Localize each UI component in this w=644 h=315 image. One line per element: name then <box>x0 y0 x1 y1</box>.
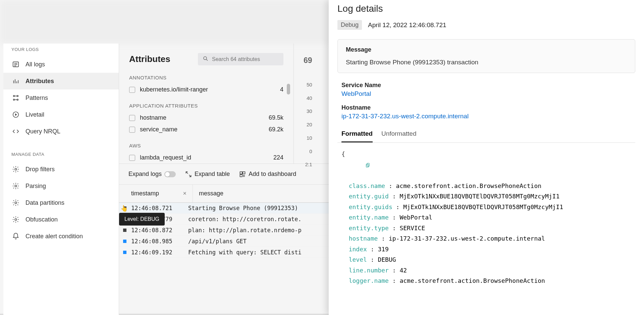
svg-rect-30 <box>366 164 369 167</box>
level-dot-icon <box>123 240 126 243</box>
attr-group-aws: AWS <box>129 143 283 148</box>
sidebar-item-data-partitions[interactable]: Data partitions <box>3 194 119 211</box>
attributes-search-input[interactable] <box>212 56 279 62</box>
level-dot-icon <box>123 206 126 210</box>
expand-logs-toggle[interactable]: Expand logs <box>128 171 176 178</box>
bars-icon <box>12 77 19 85</box>
sidebar-label: Patterns <box>25 94 48 102</box>
checkbox[interactable] <box>129 127 135 133</box>
attr-group-annotations: ANNOTATIONS <box>129 75 283 80</box>
sidebar-label: All logs <box>25 61 45 68</box>
sidebar-label: Livetail <box>25 111 44 118</box>
tab-unformatted[interactable]: Unformatted <box>381 127 417 142</box>
svg-point-10 <box>17 96 18 97</box>
play-circle-icon <box>12 111 19 118</box>
svg-line-22 <box>186 172 188 174</box>
gear-icon <box>12 166 19 173</box>
hostname-link[interactable]: ip-172-31-37-232.us-west-2.compute.inter… <box>341 113 635 120</box>
svg-rect-24 <box>240 172 243 174</box>
checkbox[interactable] <box>129 115 135 121</box>
sidebar-section-your-logs: YOUR LOGS <box>3 44 119 56</box>
attributes-search[interactable] <box>198 53 283 65</box>
expand-table-button[interactable]: Expand table <box>185 171 230 178</box>
svg-point-8 <box>13 96 15 97</box>
sidebar-item-drop-filters[interactable]: Drop filters <box>3 161 119 178</box>
message-box: Message Starting Browse Phone (99912353)… <box>337 39 635 73</box>
sidebar-item-patterns[interactable]: Patterns <box>3 89 119 106</box>
sidebar-item-livetail[interactable]: Livetail <box>3 106 119 123</box>
svg-point-16 <box>15 168 17 170</box>
service-name-label: Service Name <box>341 82 635 89</box>
sidebar-section-manage-data: MANAGE DATA <box>3 148 119 161</box>
details-title: Log details <box>337 3 635 14</box>
json-view: { class.name : acme.storefront.action.Br… <box>337 143 635 286</box>
bell-icon <box>12 233 19 240</box>
attr-row[interactable]: kubernetes.io/limit-ranger 4 <box>129 84 283 96</box>
sidebar-item-query-nrql[interactable]: Query NRQL <box>3 123 119 140</box>
chart-axis-stub: 69 50 40 30 20 10 0 2:1 <box>304 50 312 171</box>
svg-rect-29 <box>367 163 369 166</box>
sidebar-label: Create alert condition <box>25 233 83 240</box>
svg-point-9 <box>13 99 15 101</box>
message-text: Starting Browse Phone (99912353) transac… <box>346 59 627 66</box>
patterns-icon <box>12 94 19 102</box>
sidebar-label: Data partitions <box>25 199 64 206</box>
toggle-icon <box>164 171 176 177</box>
sidebar-item-obfuscation[interactable]: Obfuscation <box>3 211 119 228</box>
sidebar-label: Attributes <box>25 78 54 85</box>
svg-line-23 <box>189 175 191 177</box>
message-label: Message <box>346 46 627 53</box>
svg-rect-26 <box>240 174 243 177</box>
level-badge: Debug <box>337 20 362 30</box>
service-name-link[interactable]: WebPortal <box>341 90 635 98</box>
sidebar-label: Drop filters <box>25 166 55 173</box>
tab-formatted[interactable]: Formatted <box>341 127 373 142</box>
sidebar: YOUR LOGS All logs Attributes Patterns L… <box>3 44 119 315</box>
add-to-dashboard-button[interactable]: Add to dashboard <box>239 171 296 178</box>
sidebar-item-parsing[interactable]: Parsing <box>3 178 119 194</box>
attributes-panel: Attributes ANNOTATIONS kubernetes.io/lim… <box>119 44 293 164</box>
column-timestamp[interactable]: timestamp × <box>119 185 193 202</box>
dashboard-plus-icon <box>239 171 246 178</box>
svg-point-17 <box>15 185 17 187</box>
details-timestamp: April 12, 2022 12:46:08.721 <box>368 21 446 29</box>
checkbox[interactable] <box>129 155 135 161</box>
svg-point-19 <box>15 218 17 220</box>
copy-icon[interactable] <box>365 163 371 168</box>
sidebar-item-all-logs[interactable]: All logs <box>3 56 119 73</box>
gear-icon <box>12 182 19 190</box>
level-dot-icon <box>123 251 126 254</box>
scrollbar-thumb[interactable] <box>287 84 290 94</box>
attr-group-app: APPLICATION ATTRIBUTES <box>129 103 283 109</box>
sidebar-label: Obfuscation <box>25 216 58 223</box>
level-dot-icon <box>123 229 126 232</box>
sidebar-label: Parsing <box>25 183 46 190</box>
attributes-title: Attributes <box>129 54 170 64</box>
gear-icon <box>12 199 19 206</box>
list-icon <box>12 61 19 68</box>
svg-rect-25 <box>243 172 245 174</box>
sidebar-label: Query NRQL <box>25 128 60 135</box>
checkbox[interactable] <box>129 87 135 93</box>
svg-marker-15 <box>15 113 17 116</box>
log-details-panel: Log details Debug April 12, 2022 12:46:0… <box>329 0 644 315</box>
svg-point-20 <box>204 57 207 60</box>
sidebar-item-create-alert[interactable]: Create alert condition <box>3 228 119 245</box>
search-icon <box>203 56 209 63</box>
hostname-label: Hostname <box>341 104 635 111</box>
svg-point-11 <box>17 99 18 101</box>
attr-row[interactable]: hostname 69.5k <box>129 112 283 124</box>
sidebar-item-attributes[interactable]: Attributes <box>3 73 119 89</box>
code-icon <box>12 128 19 135</box>
gear-icon <box>12 216 19 223</box>
svg-point-18 <box>15 202 17 204</box>
attr-row[interactable]: lambda_request_id 224 <box>129 152 283 164</box>
expand-icon <box>185 171 192 178</box>
remove-column-icon[interactable]: × <box>183 190 186 197</box>
svg-line-21 <box>206 59 208 61</box>
attr-row[interactable]: service_name 69.2k <box>129 124 283 135</box>
level-tooltip: Level: DEBUG <box>119 213 165 226</box>
